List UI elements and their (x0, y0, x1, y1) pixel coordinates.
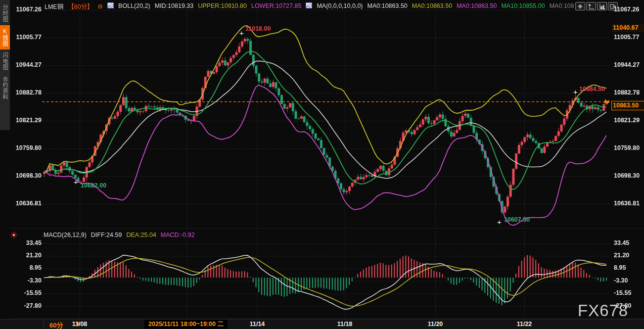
ma0-yellow-value: MA0:10863.50 (412, 2, 452, 9)
price-tick-right: 10944.27 (614, 61, 644, 68)
collapse-icon[interactable]: ⊖ (98, 2, 103, 10)
period-label[interactable]: 【60分】 (68, 2, 93, 10)
price-tick-right: 11067.26 (614, 6, 644, 13)
macd-tick-left: 8.95 (12, 264, 42, 271)
ma0-white-value: MA0:10863.50 (368, 2, 408, 9)
price-tick-right: 10636.81 (614, 200, 644, 207)
crosshair-datetime-readout: 2025/11/11 18:00~19:00 二 (144, 320, 228, 329)
price-tick-left: 10759.80 (12, 144, 42, 151)
annotation-low-marker: + (74, 180, 78, 185)
price-tick-right: 10759.80 (614, 144, 644, 151)
macd-label: MACD(26,12,9) (44, 232, 87, 238)
macd-dea-value: DEA:25.04 (126, 232, 156, 238)
boll-mid-value: MID:10819.33 (155, 2, 194, 9)
macd-macd-value: MACD:-0.92 (161, 232, 195, 238)
boll-label: BOLL(20,2) (118, 2, 150, 9)
boll-lower-value: LOWER:10727.85 (251, 2, 301, 9)
annotation-high: 11018.00 (245, 25, 271, 32)
macd-tick-right: 33.45 (614, 239, 644, 246)
date-label: 11/18 (334, 321, 356, 328)
price-tick-right: 10821.29 (614, 117, 644, 124)
macd-tick-left: 33.45 (12, 239, 42, 246)
annotation-swing-high: 10884.50 (579, 86, 605, 93)
annotation-high-marker: + (239, 31, 244, 36)
last-price-label: 10863.50 (611, 101, 644, 110)
sidebar-item-kline-chart[interactable]: K线图 (0, 25, 10, 49)
ma-label: MA(0,0,0,10,0,0) (317, 2, 363, 9)
boll-chart-icon[interactable] (107, 2, 114, 10)
statusbar-period-label: 60分 (49, 320, 63, 329)
alert-price-label: 11040.67 (612, 24, 644, 32)
fx678-watermark: FX678 (578, 301, 628, 320)
trading-app-window: 分时图 K线图 闪电图 合约资料 LME铜 【60分】 ⊖ BOLL(20,2)… (0, 0, 644, 329)
statusbar-separator (44, 320, 44, 328)
price-tick-left: 10882.78 (12, 89, 42, 96)
panel-divider (10, 228, 644, 229)
price-tick-right: 11005.77 (614, 34, 644, 41)
annotation-low2-marker: + (497, 220, 502, 225)
indicator-settings-icon[interactable] (10, 232, 17, 240)
symbol-label: LME铜 (45, 2, 63, 10)
sidebar-item-lightning-chart[interactable]: 闪电图 (0, 49, 10, 73)
macd-tick-left: -15.55 (12, 289, 42, 296)
boll-upper-value: UPPER:10910.80 (198, 2, 247, 9)
date-label: 11/22 (513, 321, 535, 328)
macd-tick-right: -3.30 (614, 277, 644, 284)
price-tick-left: 10944.27 (12, 61, 42, 68)
macd-tick-left: 21.20 (12, 252, 42, 259)
sidebar-item-contract-info[interactable]: 合约资料 (0, 73, 10, 103)
y-axis-zoom-icon[interactable] (586, 2, 596, 10)
price-chart-canvas[interactable] (0, 0, 644, 329)
macd-diff-value: DIFF:24.59 (91, 232, 122, 238)
macd-tick-left: -27.80 (12, 302, 42, 309)
price-tick-right: 10698.30 (614, 172, 644, 179)
annotation-low2: 10607.50 (504, 216, 530, 223)
price-tick-left: 11005.77 (12, 34, 42, 41)
annotation-low: 10682.00 (81, 182, 106, 189)
macd-tick-right: -15.55 (614, 289, 644, 296)
price-tick-left: 10698.30 (12, 172, 42, 179)
sidebar: 分时图 K线图 闪电图 合约资料 (0, 0, 10, 130)
x-axis-zoom-icon[interactable] (597, 2, 607, 10)
macd-header: MACD(26,12,9) DIFF:24.59 DEA:25.04 MACD:… (44, 232, 195, 238)
price-tick-right: 10882.78 (614, 89, 644, 96)
price-tick-left: 10636.81 (12, 200, 42, 207)
chart-toolbar (575, 2, 618, 10)
time-axis-bar (0, 319, 644, 329)
price-pointer-icon (603, 96, 610, 105)
ma-chart-icon[interactable] (306, 2, 312, 10)
date-label: 11/14 (246, 321, 268, 328)
date-label: 11/20 (424, 321, 446, 328)
macd-bottom-border (10, 318, 644, 319)
ma0-magenta-value: MA0:10863.50 (457, 2, 497, 9)
ma10-green-value: MA10:10855.00 (501, 2, 545, 9)
annotation-swing-high-marker: + (573, 90, 578, 94)
price-tick-left: 10821.29 (12, 117, 42, 124)
ma0-gray-value: MA0:108 (550, 2, 574, 9)
date-label: 11/08 (69, 321, 91, 328)
macd-tick-left: -3.30 (12, 277, 42, 284)
sidebar-item-time-chart[interactable]: 分时图 (0, 1, 10, 25)
price-tick-left: 11067.26 (12, 6, 42, 13)
indicator-header: LME铜 【60分】 ⊖ BOLL(20,2) MID:10819.33 UPP… (45, 2, 574, 10)
macd-tick-right: 8.95 (614, 264, 644, 271)
macd-tick-right: 21.20 (614, 252, 644, 259)
pan-icon[interactable] (575, 2, 585, 10)
